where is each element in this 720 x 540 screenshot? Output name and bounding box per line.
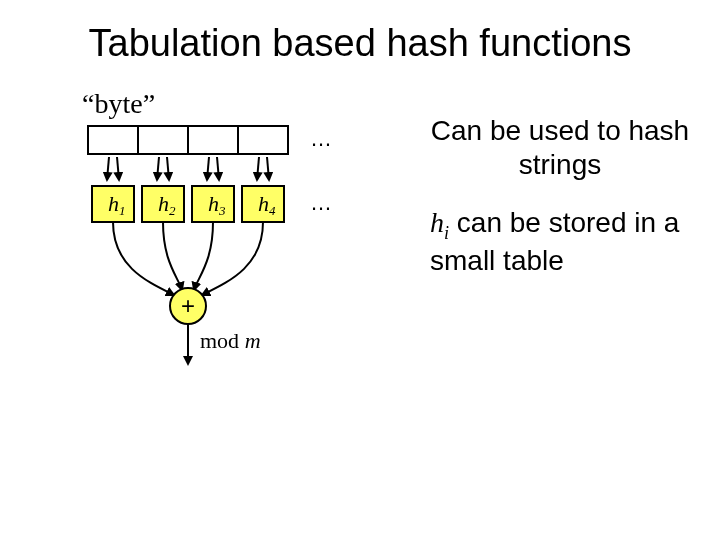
ellipsis-bottom: … bbox=[310, 190, 332, 215]
svg-line-0 bbox=[107, 157, 109, 180]
svg-line-3 bbox=[167, 157, 169, 180]
diagram: … bbox=[78, 122, 378, 402]
ellipsis-top: … bbox=[310, 126, 332, 151]
svg-line-1 bbox=[117, 157, 119, 180]
note-small-table: hi can be stored in a small table bbox=[430, 206, 690, 278]
plus-symbol: + bbox=[181, 292, 195, 319]
slide: Tabulation based hash functions “byte” … bbox=[0, 0, 720, 540]
hi-h: h bbox=[430, 207, 444, 238]
svg-line-2 bbox=[157, 157, 159, 180]
svg-line-5 bbox=[217, 157, 219, 180]
mod-m-raw: mod m bbox=[200, 328, 261, 353]
byte-label: “byte” bbox=[82, 88, 155, 120]
svg-line-6 bbox=[257, 157, 259, 180]
svg-line-7 bbox=[267, 157, 269, 180]
arrows-byte-to-hash bbox=[107, 157, 269, 180]
arrows-hash-to-plus bbox=[113, 222, 263, 295]
svg-line-4 bbox=[207, 157, 209, 180]
slide-title: Tabulation based hash functions bbox=[0, 22, 720, 65]
note-hash-strings: Can be used to hash strings bbox=[430, 114, 690, 181]
note-small-table-text: can be stored in a small table bbox=[430, 207, 679, 276]
